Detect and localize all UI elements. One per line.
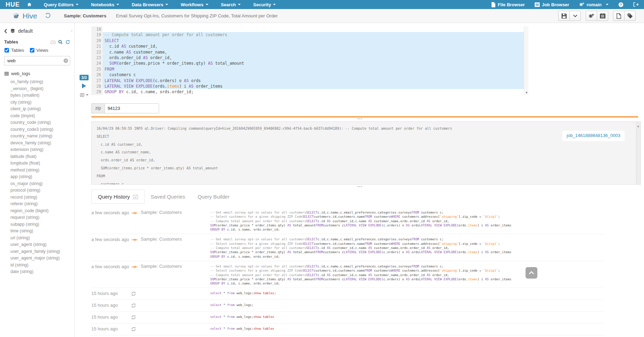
column-item[interactable]: bytes (smallint) bbox=[10, 92, 74, 99]
column-item[interactable]: country_code (string) bbox=[10, 119, 74, 126]
column-item[interactable]: _version_ (bigint) bbox=[10, 86, 74, 93]
history-timestamp: a few seconds ago bbox=[91, 210, 131, 215]
log-scrollbar[interactable]: ▲ bbox=[636, 122, 641, 184]
column-item[interactable]: os_family (string) bbox=[10, 79, 74, 86]
save-button[interactable] bbox=[558, 11, 570, 21]
nav-menu-notebooks[interactable]: Notebooks bbox=[91, 2, 119, 7]
code-map-button[interactable] bbox=[80, 93, 89, 97]
line-numbers-gutter: 181920212223242526272829 bbox=[91, 26, 103, 95]
history-row[interactable]: 15 hours agoselect * from web_logs;show … bbox=[91, 288, 604, 300]
filter-tables-checkbox[interactable] bbox=[5, 48, 9, 53]
home-icon[interactable] bbox=[27, 2, 32, 7]
variable-value-input[interactable] bbox=[105, 103, 159, 113]
column-item[interactable]: record (string) bbox=[10, 194, 74, 201]
column-item[interactable]: id (string) bbox=[10, 262, 74, 269]
history-timestamp: 15 hours ago bbox=[91, 314, 131, 320]
column-item[interactable]: country_code3 (string) bbox=[10, 126, 74, 133]
history-row[interactable]: a few seconds agoSample: Customers-- Get… bbox=[91, 234, 604, 261]
nav-menu-search[interactable]: Search bbox=[221, 2, 241, 7]
history-row[interactable]: 15 hours agoselect * from web_logs;show … bbox=[91, 312, 604, 323]
column-item[interactable]: device_family (string) bbox=[10, 140, 74, 147]
history-query-name: Sample: Customers bbox=[141, 236, 210, 242]
editor-scrollbar[interactable]: ▼ bbox=[524, 26, 528, 95]
nav-job-browser[interactable]: Job Browser bbox=[535, 2, 569, 7]
hue-logo[interactable]: HUE bbox=[6, 1, 20, 8]
app-name[interactable]: Hive bbox=[23, 12, 37, 20]
column-item[interactable]: user_agent_family (string) bbox=[10, 248, 74, 255]
sign-out-icon bbox=[633, 2, 638, 7]
editor-line: ords.order_id AS order_id, bbox=[103, 55, 524, 61]
column-item[interactable]: protocol (string) bbox=[10, 187, 74, 194]
table-item-web-logs[interactable]: web_logs bbox=[0, 65, 74, 76]
nav-menu-query-editors[interactable]: Query Editors bbox=[44, 2, 79, 7]
column-item[interactable]: user_agent (string) bbox=[10, 241, 74, 248]
column-item[interactable]: extension (string) bbox=[10, 146, 74, 153]
column-item[interactable]: client_ip (string) bbox=[10, 106, 74, 113]
nav-file-browser[interactable]: File Browser bbox=[491, 2, 525, 7]
column-item[interactable]: latitude (float) bbox=[10, 153, 74, 160]
back-chevron-icon[interactable] bbox=[4, 29, 7, 33]
chevron-down-icon bbox=[165, 4, 168, 5]
chevron-down-button[interactable] bbox=[569, 11, 581, 21]
query-log-panel: 16/04/29 06:59:55 INFO ql.Driver: Compil… bbox=[91, 121, 641, 185]
new-document-button[interactable] bbox=[613, 11, 625, 21]
column-item[interactable]: os_major (string) bbox=[10, 180, 74, 187]
job-link[interactable]: job_1461888648136_0003 bbox=[567, 133, 620, 138]
schedule-icon bbox=[600, 13, 605, 18]
scroll-to-top-button[interactable] bbox=[526, 267, 537, 279]
column-item[interactable]: subapp (string) bbox=[10, 221, 74, 228]
nav-menu-label: Data Browsers bbox=[132, 2, 163, 7]
nav-menu-data-browsers[interactable]: Data Browsers bbox=[132, 2, 168, 7]
history-row[interactable]: a few seconds agoSample: Customers-- Get… bbox=[91, 207, 604, 234]
execute-button[interactable] bbox=[82, 83, 86, 89]
history-row[interactable]: 15 hours agoselect * from web_logs; bbox=[91, 300, 604, 312]
column-item[interactable]: url (string) bbox=[10, 235, 74, 242]
help-button[interactable]: ? bbox=[618, 2, 624, 7]
toolbar-button-group bbox=[586, 11, 608, 21]
history-resize-handle[interactable] bbox=[75, 186, 644, 187]
tab-query-history[interactable]: Query History bbox=[91, 190, 145, 204]
column-item[interactable]: longitude (float) bbox=[10, 160, 74, 167]
settings-button[interactable] bbox=[586, 11, 597, 21]
column-item[interactable]: request (string) bbox=[10, 214, 74, 221]
column-item[interactable]: date (string) bbox=[10, 268, 74, 275]
nav-menu-label: Query Editors bbox=[44, 2, 74, 7]
table-grid-icon bbox=[4, 71, 9, 76]
column-item[interactable]: user_agent_major (string) bbox=[10, 255, 74, 262]
tags-button[interactable] bbox=[624, 11, 636, 21]
history-status bbox=[131, 290, 141, 297]
app-header: Hive Sample: Customers Email Survey Opt-… bbox=[0, 9, 644, 23]
refresh2-icon bbox=[131, 291, 136, 296]
schedule-button[interactable] bbox=[597, 11, 608, 21]
query-progress-bar bbox=[91, 116, 638, 118]
column-item[interactable]: region_code (bigint) bbox=[10, 208, 74, 215]
sign-out-button[interactable] bbox=[633, 2, 638, 7]
column-item[interactable]: country_name (string) bbox=[10, 133, 74, 140]
log-resize-handle[interactable] bbox=[75, 118, 644, 119]
column-item[interactable]: city (string) bbox=[10, 99, 74, 106]
documents-history-icon[interactable] bbox=[45, 13, 51, 19]
nav-menu-security[interactable]: Security bbox=[253, 2, 276, 7]
history-status bbox=[131, 314, 141, 321]
column-item[interactable]: code (tinyint) bbox=[10, 113, 74, 120]
refresh-icon[interactable] bbox=[65, 40, 70, 45]
history-row[interactable]: 15 hours agoselect * from web_logs;show … bbox=[91, 335, 604, 337]
database-name[interactable]: default bbox=[18, 28, 33, 34]
table-filter-input[interactable] bbox=[4, 56, 70, 65]
nav-menu-workflows[interactable]: Workflows bbox=[181, 2, 208, 7]
sql-code-editor[interactable]: 181920212223242526272829 -- Compute tota… bbox=[91, 26, 524, 95]
column-item[interactable]: time (string) bbox=[10, 228, 74, 235]
collapse-sidebar-icon[interactable]: ‹ bbox=[71, 27, 73, 33]
tab-saved-queries[interactable]: Saved Queries bbox=[145, 190, 191, 204]
tab-label: Saved Queries bbox=[151, 194, 185, 200]
tab-query-builder[interactable]: Query Builder bbox=[191, 190, 236, 204]
column-item[interactable]: app (string) bbox=[10, 174, 74, 180]
nav-romain[interactable]: romain bbox=[579, 2, 609, 7]
column-item[interactable]: method (string) bbox=[10, 167, 74, 174]
search-icon[interactable] bbox=[58, 40, 63, 45]
history-status bbox=[131, 302, 141, 309]
column-item[interactable]: referer (string) bbox=[10, 201, 74, 208]
history-row[interactable]: 15 hours agoselect * from web_logs;show … bbox=[91, 323, 604, 335]
filter-views-checkbox[interactable] bbox=[30, 48, 34, 53]
clear-search-icon[interactable]: × bbox=[64, 58, 68, 63]
